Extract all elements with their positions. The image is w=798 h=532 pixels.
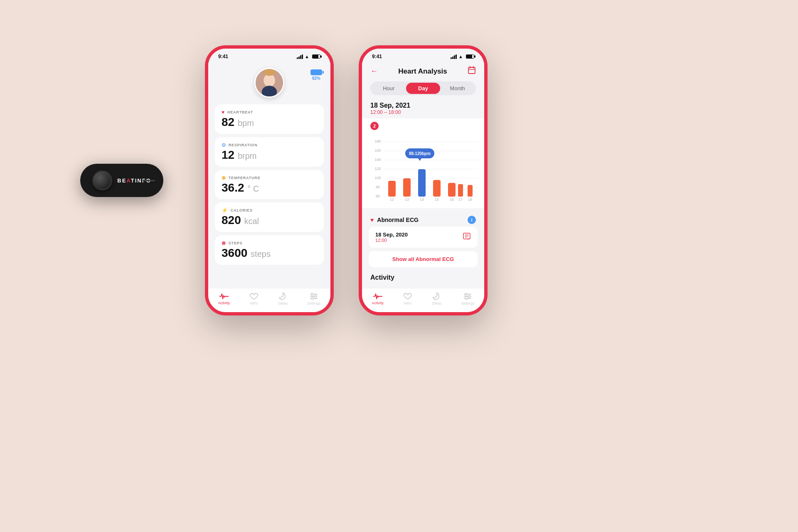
back-button[interactable]: ←: [370, 67, 378, 76]
ecg-heart-icon: ♥: [370, 217, 374, 223]
svg-text:16: 16: [450, 197, 454, 202]
calories-card: ⚡ CALORIES 820 kcal: [215, 202, 324, 232]
phone2-sleep-nav-icon: [433, 293, 440, 300]
phone2-status-icons: ▲: [451, 54, 474, 59]
date-main: 18 Sep, 2021: [370, 102, 476, 109]
phone1-time: 9:41: [218, 54, 228, 59]
phone2-nav-sleep-label: Sleep: [432, 301, 441, 305]
sleep-nav-icon: [279, 293, 286, 300]
phone2-nav-activity[interactable]: Activity: [372, 293, 384, 305]
temperature-card: ⊕ TEMPERATURE 36.2 ° C: [215, 170, 324, 200]
phone2-hrv-nav-icon: [403, 293, 412, 300]
show-all-ecg-button[interactable]: Show all Abnormal ECG: [369, 251, 478, 267]
date-sub: 12:00 – 18:00: [370, 109, 476, 115]
time-opt-day[interactable]: Day: [406, 83, 441, 94]
calendar-button[interactable]: [468, 66, 476, 76]
svg-text:12: 12: [390, 197, 394, 202]
svg-rect-37: [458, 184, 463, 197]
avatar: [254, 68, 284, 98]
phone2-time: 9:41: [372, 54, 382, 59]
time-opt-hour[interactable]: Hour: [372, 83, 406, 94]
svg-point-8: [311, 293, 313, 296]
svg-text:180: 180: [374, 139, 381, 143]
activity-nav-icon: [219, 293, 229, 300]
phone2-bottom-nav: Activity HRV Sleep: [362, 288, 484, 312]
phone2: 9:41 ▲ ← Heart Analysis: [359, 45, 488, 315]
phone2-activity-nav-icon: [373, 293, 382, 300]
nav-sleep-label: Sleep: [278, 301, 288, 305]
svg-text:88-120bpm: 88-120bpm: [409, 151, 431, 156]
nav-settings-label: Settings: [307, 301, 321, 305]
phone2-wifi-icon: ▲: [458, 54, 463, 59]
svg-rect-11: [468, 67, 475, 74]
phone1-status-bar: 9:41 ▲: [208, 49, 330, 61]
steps-card: ⊗ STEPS 3600 steps: [215, 235, 324, 265]
svg-point-10: [312, 298, 314, 300]
nav-activity-label: Activity: [218, 301, 230, 305]
svg-text:140: 140: [374, 158, 381, 162]
phone2-nav-settings[interactable]: Settings: [461, 293, 475, 305]
phone2-nav-hrv[interactable]: HRV: [403, 293, 412, 305]
phone1-status-icons: ▲: [297, 54, 320, 59]
nav-hrv-label: HRV: [250, 301, 258, 305]
phone2-status-bar: 9:41 ▲: [362, 49, 484, 61]
tracker-button[interactable]: [92, 170, 112, 190]
ecg-section: ♥ Abnormal ECG i 18 Sep, 2020 12:00: [362, 212, 484, 286]
phone2-battery-icon: [466, 54, 474, 59]
avatar-image: [256, 69, 283, 96]
scene: BEATINFO 9:41 ▲: [0, 0, 568, 361]
tracker-line: [143, 180, 155, 181]
thermometer-icon: ⊕: [222, 175, 226, 181]
battery-icon: [312, 54, 320, 59]
ecg-title: ♥ Abnormal ECG: [370, 217, 419, 223]
respiration-label: ⊙ RESPIRATION: [222, 142, 317, 148]
ecg-time: 12:00: [375, 238, 408, 243]
steps-label: ⊗ STEPS: [222, 240, 317, 246]
svg-rect-31: [418, 169, 426, 197]
ecg-card: 18 Sep, 2020 12:00: [369, 227, 478, 248]
tracker-device-section: BEATINFO: [80, 164, 163, 197]
profile-header: 82%: [208, 61, 330, 101]
calories-value: 820 kcal: [222, 214, 317, 227]
svg-rect-29: [388, 181, 396, 197]
svg-rect-35: [433, 180, 441, 197]
svg-point-2: [262, 86, 277, 98]
ecg-section-title-text: Abnormal ECG: [377, 217, 419, 223]
nav-settings[interactable]: Settings: [307, 293, 321, 305]
steps-icon: ⊗: [222, 240, 226, 246]
temperature-label: ⊕ TEMPERATURE: [222, 175, 317, 181]
phone2-settings-nav-icon: [463, 293, 472, 300]
phone2-nav-sleep[interactable]: Sleep: [432, 293, 441, 305]
ecg-card-content: 18 Sep, 2020 12:00: [375, 232, 408, 243]
phone2-signal-icon: [451, 54, 457, 59]
heartbeat-value: 82 bpm: [222, 116, 317, 129]
chart-svg-container: 60 80 100 120 140 160 180: [369, 127, 478, 203]
ecg-note-icon[interactable]: [463, 233, 471, 242]
phone2-nav-hrv-label: HRV: [404, 301, 412, 305]
phone1: 9:41 ▲: [205, 45, 334, 315]
metric-cards: ♥ HEARTBEAT 82 bpm ⊙ RESPIRATION 12: [208, 101, 330, 268]
nav-sleep[interactable]: Sleep: [278, 293, 288, 305]
nav-activity[interactable]: Activity: [218, 293, 230, 305]
nav-hrv[interactable]: HRV: [249, 293, 259, 305]
svg-rect-38: [468, 185, 473, 197]
phone1-bottom-nav: Activity HRV Sleep: [208, 288, 330, 312]
device-battery-status: 82%: [310, 69, 322, 81]
signal-bars-icon: [297, 54, 303, 59]
svg-rect-36: [448, 183, 456, 197]
svg-text:120: 120: [374, 167, 381, 171]
phone2-nav-activity-label: Activity: [372, 301, 384, 305]
lungs-icon: ⊙: [222, 142, 226, 148]
svg-marker-34: [418, 158, 421, 161]
steps-value: 3600 steps: [222, 247, 317, 260]
tracker-device: BEATINFO: [80, 164, 163, 197]
ecg-date: 18 Sep, 2020: [375, 232, 408, 238]
ecg-header: ♥ Abnormal ECG i: [362, 212, 484, 227]
ecg-info-button[interactable]: i: [468, 216, 476, 224]
heart-rate-chart: 60 80 100 120 140 160 180: [369, 127, 481, 202]
time-opt-month[interactable]: Month: [440, 83, 475, 94]
svg-text:60: 60: [376, 194, 380, 198]
svg-point-55: [466, 298, 468, 300]
svg-point-54: [468, 296, 470, 298]
svg-text:15: 15: [435, 197, 439, 202]
